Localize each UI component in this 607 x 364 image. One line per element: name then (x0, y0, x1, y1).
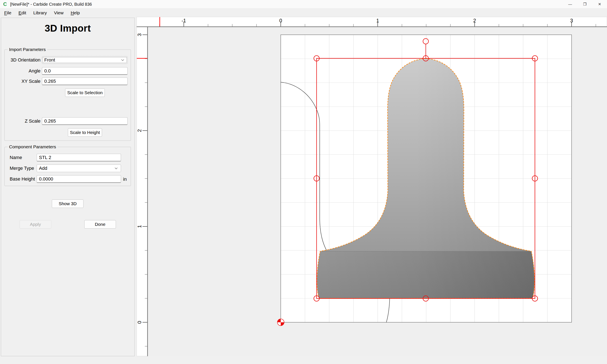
xy-scale-input[interactable] (42, 78, 128, 85)
base-height-input[interactable] (37, 175, 121, 183)
svg-text:C: C (3, 2, 7, 7)
show-3d-button[interactable]: Show 3D (52, 199, 83, 208)
base-height-label: Base Height (10, 175, 37, 183)
maximize-button[interactable]: ❐ (578, 0, 592, 8)
done-button[interactable]: Done (84, 220, 116, 229)
3d-import-panel: 3D Import Import Parameters 3D Orientati… (1, 18, 135, 356)
close-button[interactable]: ✕ (592, 0, 607, 8)
svg-text:3: 3 (570, 18, 573, 23)
scale-to-selection-button[interactable]: Scale to Selection (65, 89, 105, 97)
svg-text:0: 0 (279, 18, 282, 23)
svg-text:3: 3 (137, 33, 142, 36)
svg-text:1: 1 (137, 225, 142, 228)
page-title: 3D Import (1, 23, 134, 34)
scale-to-height-button[interactable]: Scale to Height (68, 128, 102, 137)
menu-item-edit[interactable]: Edit (16, 9, 29, 17)
svg-text:2: 2 (137, 129, 142, 132)
import-parameters-legend: Import Parameters (8, 47, 47, 52)
app-logo-icon: C (2, 2, 8, 7)
svg-text:2: 2 (473, 18, 476, 23)
angle-label: Angle (9, 67, 40, 75)
menu-item-help[interactable]: Help (68, 9, 83, 17)
orientation-select[interactable]: Front (42, 56, 128, 64)
chevron-down-icon (114, 167, 118, 169)
minimize-button[interactable]: — (563, 0, 578, 8)
origin-marker (277, 319, 284, 326)
component-parameters-legend: Component Parameters (8, 144, 58, 149)
orientation-value: Front (44, 57, 121, 63)
merge-type-label: Merge Type (10, 165, 37, 172)
menu-item-view[interactable]: View (51, 9, 66, 17)
merge-type-value: Add (39, 166, 114, 171)
name-label: Name (10, 154, 37, 161)
name-input[interactable] (37, 154, 121, 161)
menu-item-file[interactable]: File (1, 9, 14, 17)
xy-scale-label: XY Scale (9, 78, 40, 85)
base-height-unit: in (123, 177, 127, 182)
apply-button[interactable]: Apply (20, 220, 51, 229)
angle-input[interactable] (42, 67, 128, 75)
menu-item-library[interactable]: Library (30, 9, 50, 17)
merge-type-select[interactable]: Add (37, 165, 121, 172)
orientation-label: 3D Orientation (9, 56, 40, 64)
menubar: FileEditLibraryViewHelp (0, 9, 607, 17)
z-scale-label: Z Scale (9, 117, 40, 125)
component-parameters-group: Component Parameters Name Merge Type Add… (4, 147, 131, 186)
svg-text:-1: -1 (182, 18, 186, 23)
titlebar: C [NewFile]* - Carbide Create PRO, Build… (0, 0, 607, 9)
design-canvas[interactable]: -101230123 (137, 17, 607, 356)
svg-text:1: 1 (376, 18, 379, 23)
z-scale-input[interactable] (42, 117, 128, 125)
svg-text:0: 0 (137, 321, 142, 324)
import-parameters-group: Import Parameters 3D Orientation Front A… (4, 50, 131, 141)
chevron-down-icon (121, 59, 124, 61)
window-title: [NewFile]* - Carbide Create PRO, Build 8… (10, 2, 92, 7)
